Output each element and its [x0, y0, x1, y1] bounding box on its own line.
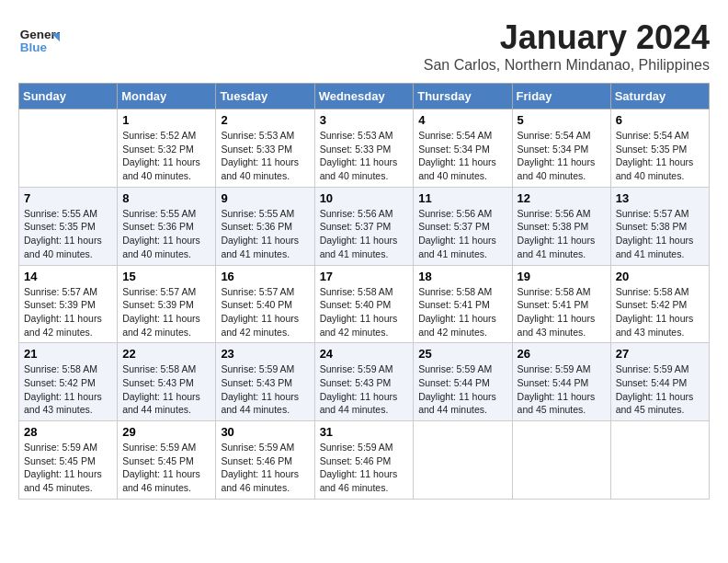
page-header: General Blue January 2024 San Carlos, No…: [18, 18, 710, 74]
column-header-wednesday: Wednesday: [314, 84, 414, 109]
cell-content: Sunrise: 5:58 AM Sunset: 5:43 PM Dayligh…: [122, 362, 210, 417]
day-number: 28: [24, 425, 112, 439]
calendar-cell: 16Sunrise: 5:57 AM Sunset: 5:40 PM Dayli…: [216, 265, 314, 343]
cell-content: Sunrise: 5:59 AM Sunset: 5:45 PM Dayligh…: [122, 441, 210, 495]
cell-content: Sunrise: 5:59 AM Sunset: 5:46 PM Dayligh…: [320, 441, 409, 495]
day-number: 8: [122, 191, 210, 205]
calendar-cell: 10Sunrise: 5:56 AM Sunset: 5:37 PM Dayli…: [314, 187, 414, 265]
day-number: 29: [122, 425, 210, 439]
day-number: 5: [518, 113, 606, 127]
calendar-cell: 24Sunrise: 5:59 AM Sunset: 5:43 PM Dayli…: [314, 343, 414, 421]
day-number: 19: [518, 270, 606, 283]
cell-content: Sunrise: 5:55 AM Sunset: 5:35 PM Dayligh…: [24, 207, 112, 261]
calendar-week-row: 21Sunrise: 5:58 AM Sunset: 5:42 PM Dayli…: [19, 343, 710, 421]
calendar-cell: 27Sunrise: 5:59 AM Sunset: 5:44 PM Dayli…: [610, 343, 709, 421]
cell-content: Sunrise: 5:58 AM Sunset: 5:40 PM Dayligh…: [320, 285, 409, 339]
calendar-week-row: 14Sunrise: 5:57 AM Sunset: 5:39 PM Dayli…: [19, 265, 710, 343]
day-number: 12: [518, 191, 606, 205]
calendar-cell: 17Sunrise: 5:58 AM Sunset: 5:40 PM Dayli…: [314, 265, 414, 343]
calendar-cell: 29Sunrise: 5:59 AM Sunset: 5:45 PM Dayli…: [118, 421, 216, 500]
cell-content: Sunrise: 5:59 AM Sunset: 5:45 PM Dayligh…: [24, 441, 112, 495]
calendar-cell: 7Sunrise: 5:55 AM Sunset: 5:35 PM Daylig…: [19, 187, 118, 265]
calendar-week-row: 7Sunrise: 5:55 AM Sunset: 5:35 PM Daylig…: [19, 187, 710, 265]
calendar-cell: 15Sunrise: 5:57 AM Sunset: 5:39 PM Dayli…: [118, 265, 216, 343]
day-number: 17: [320, 270, 409, 283]
day-number: 2: [221, 113, 309, 127]
day-number: 22: [122, 347, 210, 361]
calendar-cell: 21Sunrise: 5:58 AM Sunset: 5:42 PM Dayli…: [19, 343, 118, 421]
calendar-cell: 12Sunrise: 5:56 AM Sunset: 5:38 PM Dayli…: [512, 187, 610, 265]
svg-text:Blue: Blue: [20, 40, 48, 54]
cell-content: Sunrise: 5:56 AM Sunset: 5:37 PM Dayligh…: [418, 207, 506, 261]
calendar-cell: [610, 421, 709, 500]
cell-content: Sunrise: 5:59 AM Sunset: 5:43 PM Dayligh…: [320, 362, 409, 417]
column-header-monday: Monday: [118, 84, 216, 109]
day-number: 26: [518, 347, 606, 361]
cell-content: Sunrise: 5:59 AM Sunset: 5:44 PM Dayligh…: [418, 362, 506, 417]
cell-content: Sunrise: 5:57 AM Sunset: 5:40 PM Dayligh…: [221, 285, 309, 339]
cell-content: Sunrise: 5:59 AM Sunset: 5:44 PM Dayligh…: [518, 362, 606, 417]
calendar-cell: 23Sunrise: 5:59 AM Sunset: 5:43 PM Dayli…: [216, 343, 314, 421]
cell-content: Sunrise: 5:59 AM Sunset: 5:43 PM Dayligh…: [221, 362, 309, 417]
day-number: 9: [221, 191, 309, 205]
calendar-cell: 6Sunrise: 5:54 AM Sunset: 5:35 PM Daylig…: [610, 109, 709, 188]
calendar-table: SundayMondayTuesdayWednesdayThursdayFrid…: [18, 83, 710, 500]
day-number: 11: [418, 191, 506, 205]
calendar-cell: 28Sunrise: 5:59 AM Sunset: 5:45 PM Dayli…: [19, 421, 118, 500]
cell-content: Sunrise: 5:55 AM Sunset: 5:36 PM Dayligh…: [122, 207, 210, 261]
day-number: 18: [418, 270, 506, 283]
calendar-cell: 8Sunrise: 5:55 AM Sunset: 5:36 PM Daylig…: [118, 187, 216, 265]
cell-content: Sunrise: 5:56 AM Sunset: 5:38 PM Dayligh…: [518, 207, 606, 261]
day-number: 27: [616, 347, 704, 361]
cell-content: Sunrise: 5:59 AM Sunset: 5:44 PM Dayligh…: [616, 362, 704, 417]
calendar-cell: 1Sunrise: 5:52 AM Sunset: 5:32 PM Daylig…: [118, 109, 216, 188]
cell-content: Sunrise: 5:57 AM Sunset: 5:39 PM Dayligh…: [122, 285, 210, 339]
cell-content: Sunrise: 5:56 AM Sunset: 5:37 PM Dayligh…: [320, 207, 409, 261]
cell-content: Sunrise: 5:52 AM Sunset: 5:32 PM Dayligh…: [122, 129, 210, 183]
calendar-header-row: SundayMondayTuesdayWednesdayThursdayFrid…: [19, 84, 710, 109]
day-number: 23: [221, 347, 309, 361]
cell-content: Sunrise: 5:58 AM Sunset: 5:41 PM Dayligh…: [518, 285, 606, 339]
logo: General Blue: [18, 18, 63, 60]
day-number: 15: [122, 270, 210, 283]
location-subtitle: San Carlos, Northern Mindanao, Philippin…: [424, 57, 710, 74]
day-number: 3: [320, 113, 409, 127]
day-number: 21: [24, 347, 112, 361]
calendar-cell: 22Sunrise: 5:58 AM Sunset: 5:43 PM Dayli…: [118, 343, 216, 421]
day-number: 4: [418, 113, 506, 127]
logo-icon: General Blue: [18, 18, 60, 60]
calendar-cell: 3Sunrise: 5:53 AM Sunset: 5:33 PM Daylig…: [314, 109, 414, 188]
calendar-cell: 5Sunrise: 5:54 AM Sunset: 5:34 PM Daylig…: [512, 109, 610, 188]
cell-content: Sunrise: 5:54 AM Sunset: 5:35 PM Dayligh…: [616, 129, 704, 183]
cell-content: Sunrise: 5:58 AM Sunset: 5:41 PM Dayligh…: [418, 285, 506, 339]
day-number: 7: [24, 191, 112, 205]
cell-content: Sunrise: 5:55 AM Sunset: 5:36 PM Dayligh…: [221, 207, 309, 261]
calendar-cell: 25Sunrise: 5:59 AM Sunset: 5:44 PM Dayli…: [414, 343, 512, 421]
day-number: 14: [24, 270, 112, 283]
cell-content: Sunrise: 5:54 AM Sunset: 5:34 PM Dayligh…: [418, 129, 506, 183]
calendar-cell: 13Sunrise: 5:57 AM Sunset: 5:38 PM Dayli…: [610, 187, 709, 265]
cell-content: Sunrise: 5:57 AM Sunset: 5:39 PM Dayligh…: [24, 285, 112, 339]
calendar-cell: [19, 109, 118, 188]
calendar-cell: 18Sunrise: 5:58 AM Sunset: 5:41 PM Dayli…: [414, 265, 512, 343]
month-title: January 2024: [424, 18, 710, 57]
cell-content: Sunrise: 5:59 AM Sunset: 5:46 PM Dayligh…: [221, 441, 309, 495]
day-number: 24: [320, 347, 409, 361]
calendar-cell: 4Sunrise: 5:54 AM Sunset: 5:34 PM Daylig…: [414, 109, 512, 188]
column-header-thursday: Thursday: [414, 84, 512, 109]
calendar-week-row: 1Sunrise: 5:52 AM Sunset: 5:32 PM Daylig…: [19, 109, 710, 188]
cell-content: Sunrise: 5:57 AM Sunset: 5:38 PM Dayligh…: [616, 207, 704, 261]
day-number: 6: [616, 113, 704, 127]
day-number: 13: [616, 191, 704, 205]
calendar-cell: 11Sunrise: 5:56 AM Sunset: 5:37 PM Dayli…: [414, 187, 512, 265]
cell-content: Sunrise: 5:53 AM Sunset: 5:33 PM Dayligh…: [320, 129, 409, 183]
day-number: 16: [221, 270, 309, 283]
title-block: January 2024 San Carlos, Northern Mindan…: [424, 18, 710, 74]
cell-content: Sunrise: 5:58 AM Sunset: 5:42 PM Dayligh…: [24, 362, 112, 417]
day-number: 1: [122, 113, 210, 127]
day-number: 10: [320, 191, 409, 205]
column-header-sunday: Sunday: [19, 84, 118, 109]
calendar-cell: 20Sunrise: 5:58 AM Sunset: 5:42 PM Dayli…: [610, 265, 709, 343]
cell-content: Sunrise: 5:54 AM Sunset: 5:34 PM Dayligh…: [518, 129, 606, 183]
cell-content: Sunrise: 5:53 AM Sunset: 5:33 PM Dayligh…: [221, 129, 309, 183]
